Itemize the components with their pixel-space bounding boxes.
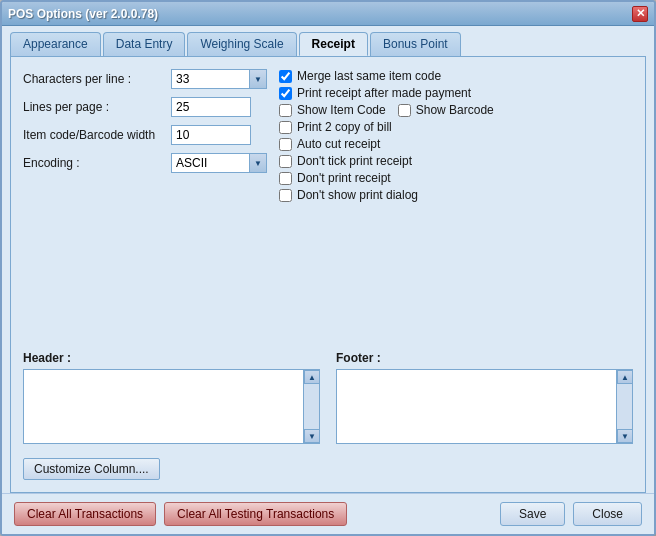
window-title: POS Options (ver 2.0.0.78) [8, 7, 158, 21]
footer-scrollbar: ▲ ▼ [616, 370, 632, 443]
left-column: Characters per line : ▼ Lines per page :… [23, 69, 267, 337]
print-receipt-label: Print receipt after made payment [297, 86, 471, 100]
content-area: Characters per line : ▼ Lines per page :… [10, 56, 646, 493]
save-button[interactable]: Save [500, 502, 565, 526]
dont-tick-label: Don't tick print receipt [297, 154, 412, 168]
encoding-select-wrapper: ▼ [171, 153, 267, 173]
auto-cut-checkbox[interactable] [279, 138, 292, 151]
chars-per-line-dropdown-arrow[interactable]: ▼ [249, 69, 267, 89]
dont-print-label: Don't print receipt [297, 171, 391, 185]
print-receipt-row: Print receipt after made payment [279, 86, 633, 100]
encoding-label: Encoding : [23, 156, 163, 170]
footer-textarea-wrapper: ▲ ▼ [336, 369, 633, 444]
encoding-dropdown-arrow[interactable]: ▼ [249, 153, 267, 173]
show-item-code-checkbox[interactable] [279, 104, 292, 117]
show-item-code-row: Show Item Code [279, 103, 386, 117]
chars-per-line-input[interactable] [171, 69, 249, 89]
print-2-copy-label: Print 2 copy of bill [297, 120, 392, 134]
dont-show-row: Don't show print dialog [279, 188, 633, 202]
header-footer-section: Header : ▲ ▼ Footer : ▲ ▼ [23, 351, 633, 444]
footer-section: Footer : ▲ ▼ [336, 351, 633, 444]
bottom-left-buttons: Clear All Transactions Clear All Testing… [14, 502, 347, 526]
print-2-copy-checkbox[interactable] [279, 121, 292, 134]
tab-data-entry[interactable]: Data Entry [103, 32, 186, 56]
tab-bar: Appearance Data Entry Weighing Scale Rec… [2, 26, 654, 56]
close-window-button[interactable]: ✕ [632, 6, 648, 22]
chars-per-line-select-wrapper: ▼ [171, 69, 267, 89]
item-code-width-label: Item code/Barcode width [23, 128, 163, 142]
footer-scroll-down[interactable]: ▼ [617, 429, 633, 443]
footer-scroll-up[interactable]: ▲ [617, 370, 633, 384]
bottom-right-buttons: Save Close [500, 502, 642, 526]
show-barcode-checkbox[interactable] [398, 104, 411, 117]
lines-per-page-label: Lines per page : [23, 100, 163, 114]
dont-tick-row: Don't tick print receipt [279, 154, 633, 168]
encoding-input[interactable] [171, 153, 249, 173]
right-column: Merge last same item code Print receipt … [279, 69, 633, 337]
tab-bonus-point[interactable]: Bonus Point [370, 32, 461, 56]
dont-print-checkbox[interactable] [279, 172, 292, 185]
header-textarea-wrapper: ▲ ▼ [23, 369, 320, 444]
tab-receipt[interactable]: Receipt [299, 32, 368, 56]
footer-textarea[interactable] [337, 370, 616, 443]
customize-column-button[interactable]: Customize Column.... [23, 458, 160, 480]
merge-last-row: Merge last same item code [279, 69, 633, 83]
chars-per-line-label: Characters per line : [23, 72, 163, 86]
footer-label: Footer : [336, 351, 633, 365]
dont-tick-checkbox[interactable] [279, 155, 292, 168]
header-section: Header : ▲ ▼ [23, 351, 320, 444]
close-button[interactable]: Close [573, 502, 642, 526]
clear-all-transactions-button[interactable]: Clear All Transactions [14, 502, 156, 526]
header-textarea[interactable] [24, 370, 303, 443]
print-receipt-checkbox[interactable] [279, 87, 292, 100]
header-scrollbar: ▲ ▼ [303, 370, 319, 443]
merge-last-checkbox[interactable] [279, 70, 292, 83]
header-scroll-down[interactable]: ▼ [304, 429, 320, 443]
item-code-width-row: Item code/Barcode width [23, 125, 267, 145]
show-barcode-label: Show Barcode [416, 103, 494, 117]
print-2-copy-row: Print 2 copy of bill [279, 120, 633, 134]
lines-per-page-row: Lines per page : [23, 97, 267, 117]
encoding-row: Encoding : ▼ [23, 153, 267, 173]
title-bar: POS Options (ver 2.0.0.78) ✕ [2, 2, 654, 26]
main-columns: Characters per line : ▼ Lines per page :… [23, 69, 633, 337]
main-window: POS Options (ver 2.0.0.78) ✕ Appearance … [0, 0, 656, 536]
item-code-width-input[interactable] [171, 125, 251, 145]
dont-print-row: Don't print receipt [279, 171, 633, 185]
dont-show-label: Don't show print dialog [297, 188, 418, 202]
header-scroll-up[interactable]: ▲ [304, 370, 320, 384]
show-item-code-label: Show Item Code [297, 103, 386, 117]
header-label: Header : [23, 351, 320, 365]
dont-show-checkbox[interactable] [279, 189, 292, 202]
tab-weighing-scale[interactable]: Weighing Scale [187, 32, 296, 56]
show-barcode-row: Show Barcode [398, 103, 494, 117]
show-codes-row: Show Item Code Show Barcode [279, 103, 633, 117]
auto-cut-label: Auto cut receipt [297, 137, 380, 151]
tab-appearance[interactable]: Appearance [10, 32, 101, 56]
chars-per-line-row: Characters per line : ▼ [23, 69, 267, 89]
clear-all-testing-transactions-button[interactable]: Clear All Testing Transactions [164, 502, 347, 526]
auto-cut-row: Auto cut receipt [279, 137, 633, 151]
lines-per-page-input[interactable] [171, 97, 251, 117]
bottom-bar: Clear All Transactions Clear All Testing… [2, 493, 654, 534]
merge-last-label: Merge last same item code [297, 69, 441, 83]
